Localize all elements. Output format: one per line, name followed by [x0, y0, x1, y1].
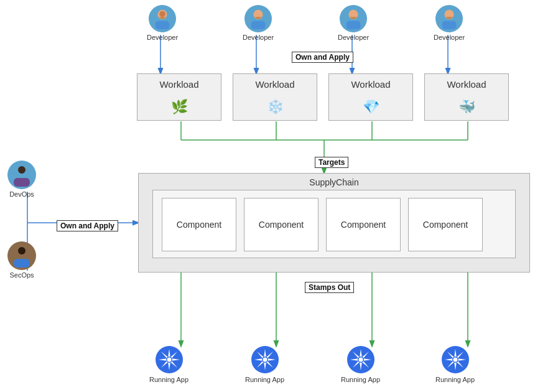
supplychain-title: SupplyChain: [139, 177, 529, 187]
secops-avatar: SecOps: [7, 241, 36, 279]
avatar-circle-3: [340, 5, 367, 32]
svg-rect-17: [156, 21, 170, 29]
component-2: Component: [244, 198, 319, 251]
workload-4-label: Workload: [447, 79, 486, 90]
avatar-circle-2: [244, 5, 272, 32]
diagram: Developer Developer Developer: [0, 0, 558, 392]
running-app-3-label: Running App: [341, 376, 380, 383]
workload-4-icon: 🐳: [458, 99, 475, 115]
workload-2-icon: ❄️: [267, 99, 284, 115]
component-4-label: Component: [423, 220, 468, 230]
svg-point-63: [358, 358, 363, 362]
avatar-circle-4: [435, 5, 463, 32]
svg-rect-20: [251, 21, 266, 29]
developer-2-label: Developer: [243, 34, 274, 41]
devops-label: DevOps: [9, 190, 34, 198]
svg-point-18: [159, 11, 165, 17]
developer-4: Developer: [434, 5, 465, 41]
component-2-label: Component: [259, 220, 304, 230]
developer-1-label: Developer: [147, 34, 178, 41]
own-apply-left-label: Own and Apply: [57, 220, 118, 231]
targets-label: Targets: [315, 157, 348, 168]
stamps-out-label: Stamps Out: [305, 282, 354, 293]
workload-4: Workload 🐳: [424, 73, 509, 121]
k8s-icon-1: [155, 345, 184, 374]
workload-1: Workload 🌿: [137, 73, 221, 121]
svg-point-52: [263, 358, 267, 362]
svg-rect-27: [14, 178, 30, 187]
devops-circle: [7, 161, 36, 189]
developer-2: Developer: [243, 5, 274, 41]
running-app-2-label: Running App: [245, 376, 284, 383]
svg-rect-24: [442, 21, 457, 29]
secops-circle: [7, 241, 36, 270]
workload-1-label: Workload: [159, 79, 198, 90]
own-apply-top-label: Own and Apply: [292, 52, 353, 63]
supplychain-inner: Component Component Component Component: [152, 190, 516, 258]
avatar-circle-1: [149, 5, 176, 32]
component-1-label: Component: [177, 220, 221, 230]
developer-1: Developer: [147, 5, 178, 41]
secops-label: SecOps: [9, 271, 34, 279]
component-1: Component: [162, 198, 236, 251]
running-app-1: Running App: [149, 345, 188, 383]
workload-3-icon: 💎: [363, 99, 379, 115]
supplychain-outer: SupplyChain Component Component Componen…: [138, 173, 530, 273]
running-app-3: Running App: [341, 345, 380, 383]
svg-rect-30: [14, 259, 30, 268]
component-3: Component: [326, 198, 401, 251]
svg-point-29: [18, 247, 26, 254]
developer-4-label: Developer: [434, 34, 465, 41]
devops-avatar: DevOps: [7, 161, 36, 198]
k8s-icon-3: [346, 345, 375, 374]
component-4: Component: [408, 198, 483, 251]
running-app-4: Running App: [435, 345, 475, 383]
k8s-icon-2: [251, 345, 279, 374]
running-app-4-label: Running App: [435, 376, 475, 383]
workload-2-label: Workload: [255, 79, 294, 90]
running-app-2: Running App: [245, 345, 284, 383]
workload-2: Workload ❄️: [233, 73, 317, 121]
running-app-1-label: Running App: [149, 376, 188, 383]
svg-rect-22: [346, 21, 361, 29]
svg-point-74: [453, 358, 457, 362]
k8s-icon-4: [441, 345, 470, 374]
svg-point-41: [167, 358, 171, 362]
developer-3-label: Developer: [338, 34, 369, 41]
developer-3: Developer: [338, 5, 369, 41]
workload-3: Workload 💎: [328, 73, 413, 121]
workload-1-icon: 🌿: [171, 99, 188, 115]
component-3-label: Component: [341, 220, 386, 230]
workload-3-label: Workload: [351, 79, 390, 90]
svg-point-26: [18, 166, 26, 174]
